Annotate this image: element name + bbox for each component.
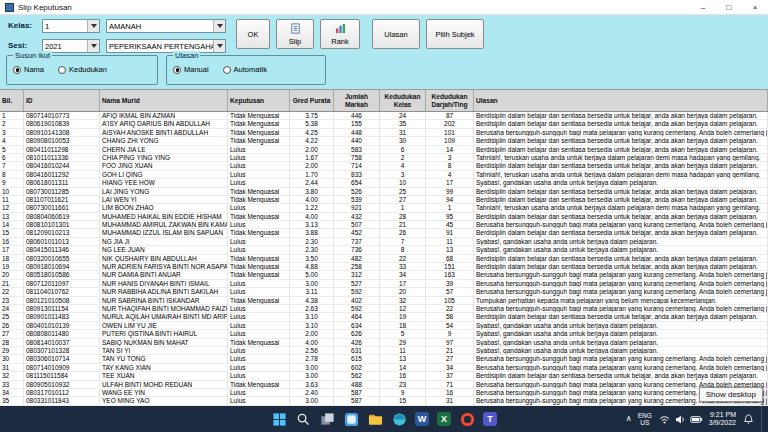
kelas-name-dropdown-arrow-icon[interactable] xyxy=(213,20,225,32)
notification-bell-icon[interactable] xyxy=(742,413,755,426)
tray-chevron-up-icon[interactable]: ∧ xyxy=(626,415,632,423)
clock[interactable]: 9:21 PM3/9/2022 xyxy=(709,411,736,428)
table-row[interactable]: 9080618011311HIANG YEE HOWLulus2.4465410… xyxy=(0,179,768,187)
start-icon[interactable] xyxy=(271,411,287,427)
cell-id: 080814010037 xyxy=(24,339,100,346)
kelas-selected-value: 1 xyxy=(43,22,87,31)
window-titlebar: Slip Keputusan – □ × xyxy=(0,0,768,15)
rank-button[interactable]: Rank xyxy=(320,19,360,49)
ok-button[interactable]: OK xyxy=(236,19,270,49)
radio-icon[interactable] xyxy=(173,66,181,74)
table-row[interactable]: 21080712011097NUR HANIS DIYANAH BINTI IS… xyxy=(0,280,768,288)
battery-icon[interactable] xyxy=(690,413,703,426)
table-row[interactable]: 30080306010714TAN YU TONGLulus2.78615132… xyxy=(0,355,768,363)
widgets-icon[interactable] xyxy=(343,411,359,427)
table-row[interactable]: 28080814010037SABIQ NUKMAN BIN MAHATTida… xyxy=(0,339,768,347)
table-row[interactable]: 5080411011298CHERN JIA LELulus2.00583614… xyxy=(0,146,768,154)
table-row[interactable]: 32081115011584TEE XUANLulus3.005621637Be… xyxy=(0,372,768,380)
cell-gred-purata: 4.00 xyxy=(290,196,334,203)
table-row[interactable]: 16080601011013NG JIA JILulus2.30737711Sy… xyxy=(0,238,768,246)
cell-keputusan: Lulus xyxy=(228,364,290,371)
cell-keputusan: Lulus xyxy=(228,162,290,169)
table-row[interactable]: 20080518010586NUR DAMIA BINTI ANUARTidak… xyxy=(0,271,768,279)
cell-nama-murid: CHANG ZHI YONG xyxy=(100,137,228,144)
table-row[interactable]: 1080714010773AFIQ IKMAL BIN AZMANTidak M… xyxy=(0,112,768,120)
excel-icon[interactable]: X xyxy=(437,412,451,426)
table-row[interactable]: 23080121010508NUR SABRINA BINTI ISKANDAR… xyxy=(0,297,768,305)
header-nama-murid: Nama Murid xyxy=(100,90,228,111)
kelas-name-select[interactable]: AMANAH xyxy=(106,19,226,33)
cell-id: 080910141308 xyxy=(24,129,100,136)
cell-ulasan: Tahniah!, teruskan usaha anda untuk berj… xyxy=(474,204,768,211)
cell-id: 080730011285 xyxy=(24,188,100,195)
cell-kedudukan-darjah: 87 xyxy=(426,112,474,119)
kelas-dropdown-arrow-icon[interactable] xyxy=(87,20,99,32)
cell-bil: 27 xyxy=(0,330,24,337)
exam-dropdown-arrow-icon[interactable] xyxy=(213,40,225,52)
cell-id: 081107011621 xyxy=(24,196,100,203)
minimize-button[interactable]: – xyxy=(690,0,716,14)
file-explorer-icon[interactable] xyxy=(367,411,383,427)
table-row[interactable]: 15081209010213MUHAMMAD IZZUL ISLAM BIN S… xyxy=(0,229,768,237)
volume-icon[interactable] xyxy=(674,413,687,426)
table-row[interactable]: 19080918010694NUR ADRIEN FARISYA BINTI N… xyxy=(0,263,768,271)
table-row[interactable]: 12080730011661LIM BOON ZHAOLulus1.229211… xyxy=(0,204,768,212)
ulasan-button[interactable]: Ulasan xyxy=(372,19,420,49)
table-row[interactable]: 13080804060619MUHAMED HAIKAL BIN EDDIE H… xyxy=(0,213,768,221)
cell-jumlah-markah: 587 xyxy=(334,397,380,404)
table-row[interactable]: 2080619010839A'ISY ARIQ DARIUS BIN ABDUL… xyxy=(0,120,768,128)
table-row[interactable]: 6081011011336CHIA PING YING YINGLulus1.6… xyxy=(0,154,768,162)
table-row[interactable]: 11081107011621LAI WEN YITidak Menguasai4… xyxy=(0,196,768,204)
maximize-button[interactable]: □ xyxy=(716,0,742,14)
browser-icon[interactable] xyxy=(459,411,475,427)
table-row[interactable]: 17080415011346NG LEE JUANLulus2.30736813… xyxy=(0,246,768,254)
table-row[interactable]: 35080331011843YEO MING YAOLulus3.0058715… xyxy=(0,397,768,405)
radio-icon[interactable] xyxy=(223,66,231,74)
cell-id: 080416010244 xyxy=(24,162,100,169)
exam-selected-value: PEPERIKSAAN PERTENGAHAN TAHUN (/ xyxy=(107,42,213,51)
table-row[interactable]: 27080808011480PUTERI QISTINA BINTI HAIRU… xyxy=(0,330,768,338)
table-row[interactable]: 4080908010053CHANG ZHI YONGTidak Menguas… xyxy=(0,137,768,145)
close-button[interactable]: × xyxy=(742,0,768,14)
exam-select[interactable]: PEPERIKSAAN PERTENGAHAN TAHUN (/ xyxy=(106,39,226,53)
search-icon[interactable] xyxy=(295,411,311,427)
cell-ulasan: Berdisiplin dalam belajar dan sentiasa b… xyxy=(474,229,768,236)
table-row[interactable]: 25080901011483NURUL AQILAH UMAIRAH BINTI… xyxy=(0,313,768,321)
teams-icon[interactable]: T xyxy=(483,412,497,426)
cell-bil: 4 xyxy=(0,137,24,144)
radio-icon[interactable] xyxy=(58,66,66,74)
radio-susun-kedudukan[interactable]: Kedudukan xyxy=(58,65,107,74)
cell-bil: 34 xyxy=(0,389,24,396)
table-row[interactable]: 7080416010244FOO JING XUANLulus2.0071448… xyxy=(0,162,768,170)
pilih-subjek-button[interactable]: Pilih Subjek xyxy=(426,19,484,49)
cell-nama-murid: OWEN LIM YU JIE xyxy=(100,322,228,329)
radio-icon[interactable] xyxy=(13,66,21,74)
table-row[interactable]: 34080317010112WANG EE YINLulus2.40587916… xyxy=(0,389,768,397)
task-view-icon[interactable] xyxy=(319,411,335,427)
edge-icon[interactable] xyxy=(391,411,407,427)
show-desktop-strip[interactable] xyxy=(761,406,764,432)
table-row[interactable]: 14080810101301MUHAMMAD AMIRUL ZAKWAN BIN… xyxy=(0,221,768,229)
table-row[interactable]: 33080905010932ULFAH BINTI MOHD REDUANTid… xyxy=(0,381,768,389)
table-row[interactable]: 26080401010139OWEN LIM YU JIELulus3.1063… xyxy=(0,322,768,330)
table-row[interactable]: 3080910141308AISYAH ANOSKE BINTI ABDULLA… xyxy=(0,129,768,137)
sesi-dropdown-arrow-icon[interactable] xyxy=(87,40,99,52)
language-indicator[interactable]: ENGUS xyxy=(638,412,652,426)
tray-system-icons[interactable] xyxy=(658,413,703,426)
table-row[interactable]: 31080714010909TAY KANG XIANLulus3.006021… xyxy=(0,364,768,372)
table-row[interactable]: 22081104010762NUR RABBIHA ADLINA BINTI S… xyxy=(0,288,768,296)
radio-ulasan-manual[interactable]: Manual xyxy=(173,65,209,74)
wifi-icon[interactable] xyxy=(658,413,671,426)
radio-ulasan-automatik[interactable]: Automatik xyxy=(223,65,267,74)
kelas-select[interactable]: 1 xyxy=(42,19,100,33)
table-row[interactable]: 29080307101328TAN SI YILulus2.566311121S… xyxy=(0,347,768,355)
radio-susun-nama[interactable]: Nama xyxy=(13,65,44,74)
table-row[interactable]: 24080913011154NUR THAQIFAH BINTI MOHAMMA… xyxy=(0,305,768,313)
cell-bil: 26 xyxy=(0,322,24,329)
slip-button[interactable]: Slip xyxy=(276,19,314,49)
word-icon[interactable]: W xyxy=(415,412,429,426)
table-row[interactable]: 8080416011292GOH LI QINGLulus1.7083334Ta… xyxy=(0,171,768,179)
table-row[interactable]: 18080320010655NIK QUSHAIRY BIN ABDULLAHT… xyxy=(0,255,768,263)
table-row[interactable]: 10080730011285LAI JING YONGTidak Menguas… xyxy=(0,188,768,196)
cell-jumlah-markah: 583 xyxy=(334,146,380,153)
